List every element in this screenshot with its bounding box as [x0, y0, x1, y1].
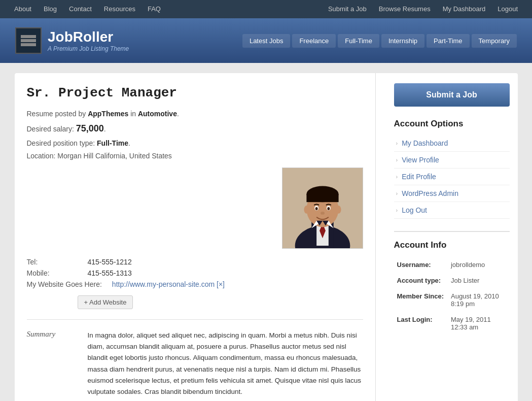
nav-faq[interactable]: FAQ — [141, 0, 167, 18]
main-wrapper: Sr. Project Manager Resume posted by App… — [8, 73, 525, 401]
nav-submit-job[interactable]: Submit a Job — [322, 0, 373, 18]
location-prefix: Location: — [27, 152, 58, 160]
salary-suffix: . — [104, 125, 106, 133]
last-login-value: May 19, 2011 12:33 am — [449, 312, 509, 335]
position-suffix: . — [128, 139, 130, 147]
view-profile-label: View Profile — [402, 156, 439, 164]
contact-info-block: Tel: 415-555-1212 Mobile: 415-555-1313 M… — [27, 258, 363, 309]
salary-value: 75,000 — [76, 123, 104, 133]
profile-photo-row — [27, 168, 363, 249]
summary-text: In magna dolor, aliquet sed aliquet nec,… — [88, 330, 363, 401]
sidebar-item-wordpress-admin[interactable]: › WordPress Admin — [394, 185, 510, 202]
location-value: Morgan Hill California, United States — [57, 152, 172, 160]
nav-browse-resumes[interactable]: Browse Resumes — [373, 0, 437, 18]
svg-rect-7 — [306, 194, 338, 202]
list-item: › WordPress Admin — [394, 185, 510, 202]
posted-by-name: AppThemes — [88, 110, 128, 118]
account-type-value: Job Lister — [449, 273, 509, 288]
list-item: › Log Out — [394, 202, 510, 219]
job-title: Sr. Project Manager — [27, 85, 363, 101]
sidebar-item-log-out[interactable]: › Log Out — [394, 202, 510, 218]
arrow-icon: › — [396, 157, 398, 163]
sidebar-item-my-dashboard[interactable]: › My Dashboard — [394, 135, 510, 151]
sidebar-item-edit-profile[interactable]: › Edit Profile — [394, 169, 510, 185]
account-type-label: Account type: — [395, 273, 448, 288]
list-item: › My Dashboard — [394, 135, 510, 152]
contact-row-mobile: Mobile: 415-555-1313 — [27, 269, 363, 277]
logo-text: JobRoller A Premium Job Listing Theme — [48, 29, 129, 52]
website-link[interactable]: http://www.my-personal-site.com [×] — [112, 280, 225, 288]
wordpress-admin-label: WordPress Admin — [402, 189, 458, 197]
cat-freelance[interactable]: Freelance — [292, 34, 336, 48]
top-nav: About Blog Contact Resources FAQ Submit … — [0, 0, 532, 18]
logo-icon — [15, 27, 42, 54]
last-login-label: Last Login: — [395, 312, 448, 335]
resume-meta: Resume posted by AppThemes in Automotive… — [27, 108, 363, 162]
nav-about[interactable]: About — [8, 0, 38, 18]
log-out-label: Log Out — [402, 206, 427, 214]
cat-part-time[interactable]: Part-Time — [427, 34, 470, 48]
arrow-icon: › — [396, 207, 398, 213]
in-text: in — [128, 110, 138, 118]
sidebar-item-view-profile[interactable]: › View Profile — [394, 152, 510, 168]
cat-latest-jobs[interactable]: Latest Jobs — [242, 34, 291, 48]
add-website-button[interactable]: + Add Website — [78, 295, 133, 309]
table-row: Member Since: August 19, 2010 8:19 pm — [395, 289, 509, 311]
position-value: Full-Time — [97, 139, 128, 147]
member-since-label: Member Since: — [395, 289, 448, 311]
submit-job-button[interactable]: Submit a Job — [394, 83, 510, 107]
nav-logout[interactable]: Logout — [491, 0, 524, 18]
nav-blog[interactable]: Blog — [38, 0, 63, 18]
main-content: Sr. Project Manager Resume posted by App… — [15, 73, 376, 401]
category-suffix: . — [177, 110, 179, 118]
edit-profile-label: Edit Profile — [402, 173, 436, 181]
summary-section: Summary In magna dolor, aliquet sed aliq… — [27, 330, 363, 401]
arrow-icon: › — [396, 140, 398, 146]
contact-info-col — [27, 168, 272, 249]
top-nav-right: Submit a Job Browse Resumes My Dashboard… — [322, 0, 524, 18]
salary-prefix: Desired salary: — [27, 125, 76, 133]
category-nav: Latest Jobs Freelance Full-Time Internsh… — [242, 34, 517, 48]
cat-internship[interactable]: Internship — [381, 34, 424, 48]
arrow-icon: › — [396, 190, 398, 196]
username-value: jobrolldemo — [449, 257, 509, 272]
cat-temporary[interactable]: Temporary — [472, 34, 517, 48]
arrow-icon: › — [396, 174, 398, 180]
mobile-label: Mobile: — [27, 269, 78, 277]
svg-point-13 — [304, 206, 309, 214]
website-label: My Website Goes Here: — [27, 280, 102, 288]
site-header: JobRoller A Premium Job Listing Theme La… — [0, 18, 532, 63]
contact-row-website: My Website Goes Here: http://www.my-pers… — [27, 280, 363, 288]
summary-divider — [27, 319, 363, 320]
position-prefix: Desired position type: — [27, 139, 97, 147]
summary-paragraph-1: In magna dolor, aliquet sed aliquet nec,… — [88, 330, 363, 398]
nav-my-dashboard[interactable]: My Dashboard — [437, 0, 492, 18]
svg-point-10 — [315, 207, 317, 210]
sidebar: Submit a Job Account Options › My Dashbo… — [386, 73, 518, 401]
top-nav-left: About Blog Contact Resources FAQ — [8, 0, 167, 18]
list-item: › View Profile — [394, 152, 510, 169]
resume-category: Automotive — [138, 110, 177, 118]
site-title: JobRoller — [48, 29, 129, 45]
my-dashboard-label: My Dashboard — [402, 139, 448, 147]
nav-contact[interactable]: Contact — [63, 0, 98, 18]
logo-area: JobRoller A Premium Job Listing Theme — [15, 27, 129, 54]
account-options-title: Account Options — [394, 119, 510, 129]
svg-point-12 — [321, 212, 325, 215]
profile-photo-container — [282, 168, 363, 249]
member-since-value: August 19, 2010 8:19 pm — [449, 289, 509, 311]
cat-full-time[interactable]: Full-Time — [338, 34, 379, 48]
content-area: Sr. Project Manager Resume posted by App… — [15, 73, 518, 401]
list-item: › Edit Profile — [394, 169, 510, 185]
profile-photo — [282, 168, 363, 249]
add-website-area: + Add Website — [78, 291, 363, 309]
person-svg — [282, 168, 363, 249]
contact-row-tel: Tel: 415-555-1212 — [27, 258, 363, 266]
summary-label: Summary — [27, 330, 78, 401]
svg-point-14 — [336, 206, 341, 214]
table-row: Username: jobrolldemo — [395, 257, 509, 272]
svg-point-11 — [327, 207, 330, 210]
nav-resources[interactable]: Resources — [98, 0, 141, 18]
account-options-list: › My Dashboard › View Profile › Edit Pro… — [394, 135, 510, 219]
table-row: Account type: Job Lister — [395, 273, 509, 288]
